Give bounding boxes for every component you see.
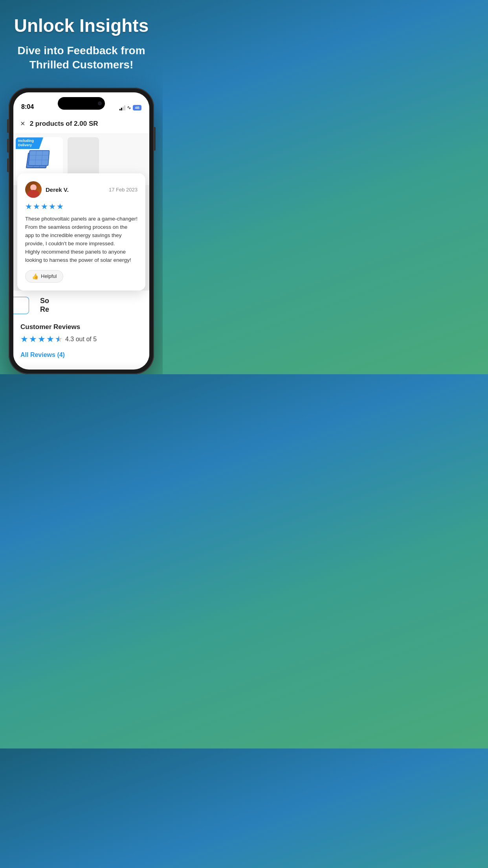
status-icons: ∿ 4B [119, 105, 141, 110]
overall-star-1: ★ [20, 334, 28, 344]
overall-stars: ★ ★ ★ ★ ★★ [20, 334, 63, 344]
including-delivery-badge: Including Delivery [16, 137, 43, 149]
signal-bar-1 [119, 109, 121, 110]
wifi-icon: ∿ [127, 105, 131, 110]
main-title: Unlock Insights [12, 16, 151, 36]
partial-button[interactable] [13, 297, 29, 314]
bottom-fade [13, 362, 149, 370]
avatar [25, 181, 42, 198]
rating-number: 4.3 out of 5 [65, 336, 97, 343]
helpful-button[interactable]: 👍 Helpful [25, 270, 63, 283]
review-header: Derek V. 17 Feb 2023 [25, 181, 138, 198]
all-reviews-link[interactable]: All Reviews (4) [20, 351, 65, 358]
bottom-section: So Re [13, 291, 149, 323]
all-reviews-section: All Reviews (4) [13, 348, 149, 362]
topbar-title: 2 products of 2.00 SR [30, 120, 98, 128]
phone-screen: 8:04 ∿ 4B × 2 products of 2.00 SR [13, 92, 149, 370]
subtitle: Dive into Feedback from Thrilled Custome… [12, 44, 151, 72]
helpful-label: Helpful [41, 273, 57, 279]
status-time: 8:04 [21, 103, 34, 110]
review-text: These photovoltaic panels are a game-cha… [25, 215, 138, 265]
header-section: Unlock Insights Dive into Feedback from … [0, 0, 163, 80]
signal-icon [119, 105, 125, 110]
overall-rating: ★ ★ ★ ★ ★★ 4.3 out of 5 [20, 334, 142, 344]
signal-bar-2 [121, 108, 122, 110]
reviewer-name: Derek V. [46, 186, 69, 193]
review-date: 17 Feb 2023 [109, 187, 138, 193]
star-5: ★ [57, 202, 64, 211]
star-2: ★ [33, 202, 40, 211]
customer-reviews-title: Customer Reviews [20, 323, 142, 331]
phone-frame: 8:04 ∿ 4B × 2 products of 2.00 SR [9, 88, 154, 374]
front-camera [98, 101, 102, 105]
battery-icon: 4B [133, 105, 141, 110]
star-3: ★ [41, 202, 48, 211]
review-card: Derek V. 17 Feb 2023 ★ ★ ★ ★ ★ These pho… [17, 173, 145, 291]
reviewer-info: Derek V. [25, 181, 69, 198]
star-4: ★ [49, 202, 56, 211]
volume-up-button [7, 139, 9, 153]
volume-down-button [7, 158, 9, 172]
svg-rect-6 [28, 151, 49, 166]
signal-bar-3 [123, 107, 124, 110]
app-topbar: × 2 products of 2.00 SR [13, 114, 149, 134]
star-rating: ★ ★ ★ ★ ★ [25, 202, 138, 211]
customer-reviews-section: Customer Reviews ★ ★ ★ ★ ★★ 4.3 out of 5 [13, 323, 149, 348]
close-button[interactable]: × [20, 119, 25, 128]
volume-silent-button [7, 119, 9, 133]
thumbs-up-icon: 👍 [32, 273, 39, 280]
power-button [154, 127, 156, 151]
overall-star-3: ★ [38, 334, 46, 344]
signal-bar-4 [124, 105, 125, 110]
phone-mockup: 8:04 ∿ 4B × 2 products of 2.00 SR [9, 88, 154, 374]
star-1: ★ [25, 202, 32, 211]
solar-panel-image [25, 148, 54, 171]
overall-star-5-half: ★★ [55, 334, 63, 344]
partial-section-text: So Re [20, 297, 142, 314]
overall-star-4: ★ [46, 334, 54, 344]
overall-star-2: ★ [29, 334, 37, 344]
dynamic-island [58, 97, 105, 110]
